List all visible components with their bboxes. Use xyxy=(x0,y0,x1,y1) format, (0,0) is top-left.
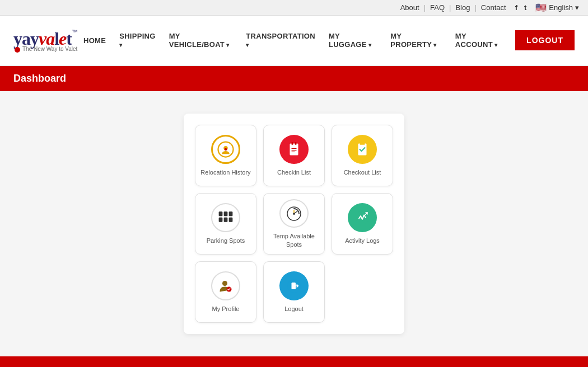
nav-home[interactable]: HOME xyxy=(78,33,111,48)
facebook-icon[interactable]: f xyxy=(515,3,517,12)
grid-item-logout[interactable]: Logout xyxy=(263,261,325,323)
svg-point-22 xyxy=(222,281,227,286)
logout-icon xyxy=(279,271,309,300)
temp-available-spots-label: Temp Available Spots xyxy=(267,232,321,248)
svg-rect-5 xyxy=(295,142,297,145)
svg-point-2 xyxy=(225,148,227,151)
activity-logs-label: Activity Logs xyxy=(345,237,380,244)
grid-item-temp-available-spots[interactable]: Temp Available Spots xyxy=(263,193,325,255)
grid-item-activity-logs[interactable]: Activity Logs xyxy=(332,193,393,255)
logo-subtitle: The New Way to Valet xyxy=(22,46,77,52)
main-nav: HOME SHIPPING MY VEHICLE/BOAT TRANSPORTA… xyxy=(78,29,575,52)
sep3: | xyxy=(474,3,476,12)
svg-rect-15 xyxy=(229,211,232,216)
temp-available-spots-icon xyxy=(279,199,309,228)
svg-rect-10 xyxy=(360,142,365,145)
parking-spots-label: Parking Spots xyxy=(207,237,245,244)
logo[interactable]: yayvalet ™ The New Way to Valet xyxy=(13,29,78,53)
svg-rect-16 xyxy=(229,218,232,222)
my-profile-label: My Profile xyxy=(212,305,240,313)
sep1: | xyxy=(424,3,426,12)
logo-trademark: ™ xyxy=(72,29,78,35)
my-profile-icon xyxy=(211,271,240,300)
svg-rect-14 xyxy=(224,218,227,222)
svg-rect-4 xyxy=(292,142,293,145)
relocation-history-label: Relocation History xyxy=(200,168,250,176)
grid-item-checkout-list[interactable]: Checkout List xyxy=(332,125,393,186)
sep2: | xyxy=(449,3,451,12)
grid-item-my-profile[interactable]: My Profile xyxy=(195,261,256,323)
activity-logs-icon xyxy=(348,203,377,232)
dashboard-banner: Dashboard xyxy=(0,66,588,91)
checkout-list-label: Checkout List xyxy=(344,168,381,176)
about-link[interactable]: About xyxy=(400,3,419,12)
main-content: Relocation History Checkin List xyxy=(0,91,588,356)
parking-spots-icon xyxy=(211,203,240,232)
checkin-list-label: Checkin List xyxy=(277,168,311,176)
logout-button[interactable]: LOGOUT xyxy=(515,30,575,50)
svg-rect-11 xyxy=(219,211,222,216)
svg-point-20 xyxy=(293,213,295,215)
contact-link[interactable]: Contact xyxy=(481,3,506,12)
svg-rect-12 xyxy=(219,218,222,222)
language-selector[interactable]: 🇺🇸 English ▾ xyxy=(535,2,579,13)
language-dropdown-icon: ▾ xyxy=(575,3,579,12)
dashboard-grid: Relocation History Checkin List xyxy=(195,125,393,323)
nav-luggage[interactable]: MY LUGGAGE xyxy=(323,29,382,52)
blog-link[interactable]: Blog xyxy=(455,3,470,12)
nav-vehicle[interactable]: MY VEHICLE/BOAT xyxy=(164,29,239,52)
top-bar: About | FAQ | Blog | Contact f t 🇺🇸 Engl… xyxy=(0,0,588,16)
nav-transportation[interactable]: TRANSPORTATION xyxy=(240,29,321,52)
grid-item-relocation-history[interactable]: Relocation History xyxy=(195,125,256,186)
dashboard-title: Dashboard xyxy=(13,73,66,84)
twitter-icon[interactable]: t xyxy=(524,3,526,12)
relocation-history-icon xyxy=(211,135,240,164)
dashboard-grid-container: Relocation History Checkin List xyxy=(184,114,404,334)
grid-item-checkin-list[interactable]: Checkin List xyxy=(263,125,325,186)
header: yayvalet ™ The New Way to Valet HOME SHI… xyxy=(0,16,588,66)
logout-label: Logout xyxy=(284,305,304,313)
svg-rect-13 xyxy=(224,211,227,216)
grid-item-parking-spots[interactable]: Parking Spots xyxy=(195,193,256,255)
checkout-list-icon xyxy=(348,135,377,164)
newsletter-section: Subscribe Our Newsletter for News & Upda… xyxy=(0,356,588,367)
logo-dot xyxy=(15,47,20,53)
nav-shipping[interactable]: SHIPPING xyxy=(114,29,161,52)
svg-rect-3 xyxy=(290,143,298,155)
language-label: English xyxy=(549,3,573,12)
nav-account[interactable]: MY ACCOUNT xyxy=(450,29,508,52)
checkin-list-icon xyxy=(279,135,309,164)
nav-property[interactable]: MY PROPERTY xyxy=(385,29,447,52)
faq-link[interactable]: FAQ xyxy=(430,3,445,12)
